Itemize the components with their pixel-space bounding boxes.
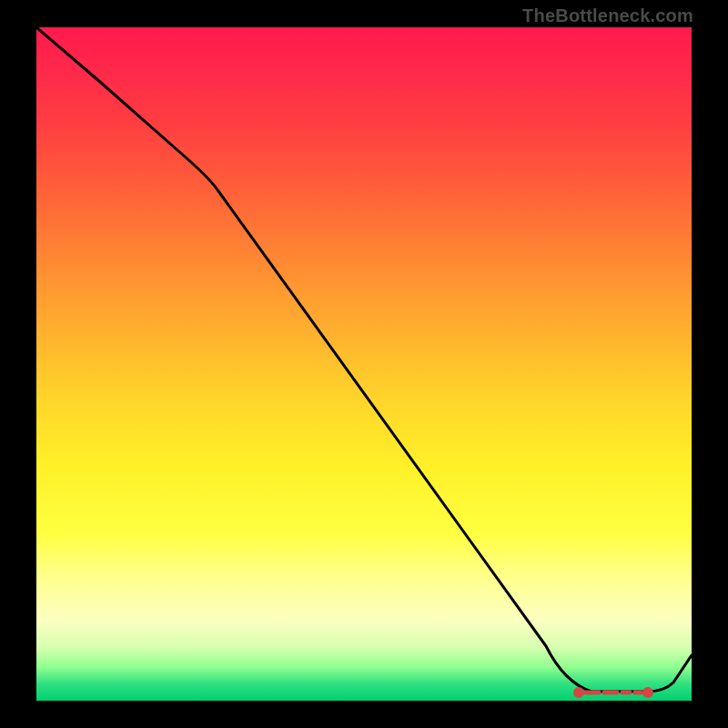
svg-point-5 (645, 690, 652, 696)
watermark-text: TheBottleneck.com (522, 5, 693, 26)
flat-segment-marker (576, 690, 652, 696)
chart-overlay (36, 27, 692, 701)
svg-point-0 (576, 690, 582, 696)
series-line-curve (36, 27, 692, 692)
chart-frame: TheBottleneck.com (0, 0, 728, 728)
plot-area (36, 27, 692, 701)
